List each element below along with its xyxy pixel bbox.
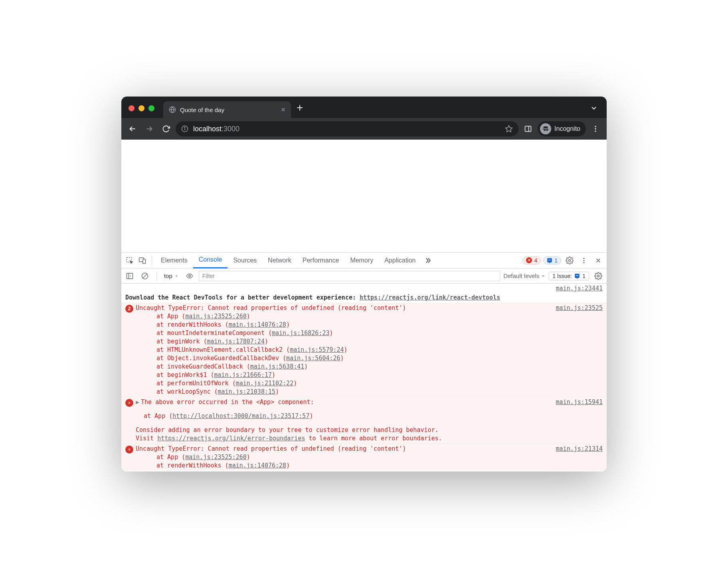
globe-icon (169, 106, 176, 113)
source-link[interactable]: main.js:23525 (551, 304, 603, 396)
issues-button[interactable]: 1 Issue: 1 (549, 272, 589, 280)
devtools-tab-console[interactable]: Console (193, 252, 228, 268)
minimize-window-button[interactable] (138, 105, 144, 111)
source-link[interactable]: main.js:14076:28 (229, 462, 287, 469)
browser-menu-button[interactable] (588, 122, 603, 136)
svg-point-21 (189, 275, 191, 277)
svg-point-7 (595, 126, 596, 127)
error-count-badge[interactable]: ✕4 (522, 256, 541, 264)
svg-point-22 (597, 275, 599, 277)
clear-console-button[interactable] (139, 270, 151, 282)
svg-rect-5 (525, 126, 531, 131)
incognito-label: Incognito (554, 125, 580, 132)
new-tab-button[interactable]: + (291, 101, 309, 118)
error-icon (125, 399, 133, 407)
inspect-element-button[interactable] (124, 254, 136, 266)
bookmark-button[interactable] (505, 125, 513, 133)
source-link[interactable]: main.js:23525:260 (185, 313, 247, 320)
svg-point-16 (584, 262, 585, 263)
error-text: The above error occurred in the <App> co… (141, 398, 314, 406)
source-link[interactable]: main.js:14076:28 (229, 321, 287, 328)
svg-rect-12 (143, 259, 146, 263)
close-tab-button[interactable]: × (281, 105, 285, 114)
source-link[interactable]: main.js:23441 (551, 284, 603, 293)
devtools-tab-memory[interactable]: Memory (344, 252, 379, 268)
console-error: ▶The above error occurred in the <App> c… (121, 397, 607, 444)
device-toolbar-button[interactable] (136, 254, 148, 266)
svg-rect-17 (127, 273, 133, 278)
error-count-icon: 2 (125, 305, 133, 313)
reload-button[interactable] (159, 122, 173, 136)
site-info-icon[interactable] (181, 125, 188, 132)
incognito-icon (540, 123, 551, 134)
message-text: Download the React DevTools for a better… (125, 294, 603, 302)
error-text: Consider adding an error boundary to you… (136, 426, 551, 434)
window-controls (127, 105, 163, 118)
react-devtools-link[interactable]: https://reactjs.org/link/react-devtools (360, 294, 500, 301)
svg-point-3 (184, 127, 185, 128)
source-link[interactable]: main.js:16826:23 (272, 329, 330, 337)
error-title: Uncaught TypeError: Cannot read properti… (136, 445, 551, 453)
tab-search-button[interactable] (587, 104, 601, 118)
source-link[interactable]: main.js:21314 (551, 445, 603, 470)
tab-title: Quote of the day (180, 106, 224, 113)
incognito-badge[interactable]: Incognito (538, 121, 586, 136)
live-expression-button[interactable] (184, 270, 196, 282)
devtools-tab-network[interactable]: Network (262, 252, 297, 268)
url-field[interactable]: localhost:3000 (176, 121, 518, 136)
svg-point-9 (595, 130, 596, 132)
source-link[interactable]: main.js:23525:260 (185, 454, 247, 461)
console-settings-button[interactable] (592, 270, 604, 282)
devtools-close-button[interactable] (592, 254, 604, 266)
svg-point-8 (595, 128, 596, 129)
info-count-badge[interactable]: 1 (543, 256, 561, 264)
source-link[interactable]: main.js:15941 (551, 398, 603, 443)
forward-button[interactable] (142, 122, 156, 136)
error-boundaries-link[interactable]: https://reactjs.org/link/error-boundarie… (157, 435, 305, 442)
titlebar: Quote of the day × + (121, 97, 607, 118)
error-icon (125, 446, 133, 454)
console-sidebar-toggle[interactable] (124, 270, 136, 282)
source-link[interactable]: main.js:21666:17 (214, 371, 272, 379)
console-error: Uncaught TypeError: Cannot read properti… (121, 444, 607, 471)
source-link[interactable]: main.js:17807:24 (207, 338, 265, 345)
filter-input[interactable]: Filter (199, 271, 500, 281)
console-output: main.js:23441 Download the React DevTool… (121, 284, 607, 471)
source-link[interactable]: main.js:5604:26 (286, 355, 340, 362)
source-link[interactable]: main.js:21102:22 (236, 380, 294, 387)
console-error: 2 Uncaught TypeError: Cannot read proper… (121, 303, 607, 397)
stack-trace: at App (main.js:23525:260)at renderWithH… (136, 312, 551, 396)
maximize-window-button[interactable] (148, 105, 154, 111)
browser-window: Quote of the day × + localhost:3000 (121, 97, 607, 471)
devtools-settings-button[interactable] (564, 254, 576, 266)
url-text: localhost:3000 (193, 125, 239, 133)
more-tabs-button[interactable] (422, 254, 434, 266)
devtools-tab-sources[interactable]: Sources (228, 252, 262, 268)
source-link[interactable]: main.js:21038:15 (218, 388, 276, 395)
error-title: Uncaught TypeError: Cannot read properti… (136, 304, 551, 312)
address-bar: localhost:3000 Incognito (121, 118, 607, 140)
devtools-tab-elements[interactable]: Elements (155, 252, 193, 268)
svg-line-20 (143, 274, 147, 278)
devtools-tab-application[interactable]: Application (379, 252, 421, 268)
browser-tab[interactable]: Quote of the day × (163, 101, 291, 118)
side-panel-button[interactable] (521, 122, 535, 136)
devtools-menu-button[interactable] (578, 254, 590, 266)
console-toolbar: top Filter Default levels 1 Issue: 1 (121, 268, 607, 284)
console-message: Download the React DevTools for a better… (121, 293, 607, 303)
close-window-button[interactable] (129, 105, 135, 111)
page-viewport (121, 140, 607, 252)
source-link[interactable]: main.js:5579:24 (290, 346, 344, 353)
devtools-tabbar: ElementsConsoleSourcesNetworkPerformance… (121, 252, 607, 268)
back-button[interactable] (125, 122, 140, 136)
svg-point-15 (584, 260, 585, 261)
context-selector[interactable]: top (162, 272, 180, 279)
log-levels-selector[interactable]: Default levels (503, 272, 546, 279)
disclosure-triangle-icon[interactable]: ▶ (136, 398, 139, 406)
stack-trace: at App (main.js:23525:260)at renderWithH… (136, 453, 551, 470)
source-link[interactable]: http://localhost:3000/main.js:23517:57 (172, 412, 309, 420)
svg-point-14 (584, 258, 585, 259)
source-link[interactable]: main.js:5638:41 (250, 363, 304, 370)
devtools-panel: ElementsConsoleSourcesNetworkPerformance… (121, 252, 607, 471)
devtools-tab-performance[interactable]: Performance (297, 252, 345, 268)
